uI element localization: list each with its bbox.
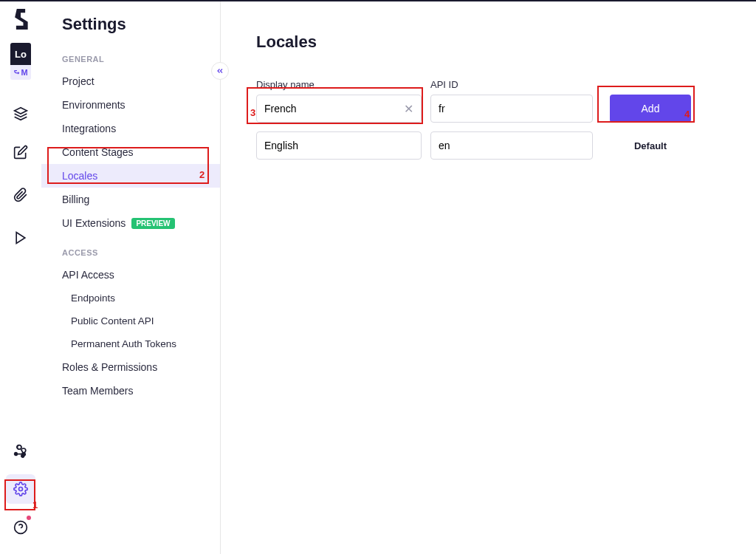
- locales-heading: Locales: [256, 33, 756, 52]
- nav-roles-permissions[interactable]: Roles & Permissions: [41, 355, 220, 379]
- highlight-num-1: 1: [32, 499, 38, 510]
- section-label-access: ACCESS: [41, 242, 220, 263]
- settings-sidebar: Settings GENERAL Project Environments In…: [41, 1, 221, 554]
- preview-badge: PREVIEW: [131, 218, 174, 229]
- section-label-general: GENERAL: [41, 49, 220, 69]
- nav-environments[interactable]: Environments: [41, 93, 220, 117]
- nav-locales[interactable]: Locales: [41, 164, 220, 188]
- nav-api-access[interactable]: API Access: [41, 263, 220, 287]
- help-icon[interactable]: [6, 513, 35, 542]
- webhooks-icon[interactable]: [6, 436, 35, 465]
- locale-name-input-0[interactable]: [256, 131, 422, 160]
- paperclip-icon[interactable]: [6, 180, 35, 210]
- nav-integrations[interactable]: Integrations: [41, 117, 220, 140]
- svg-marker-1: [16, 233, 25, 244]
- workspace-env-badge[interactable]: M: [10, 65, 31, 80]
- locale-default-label: Default: [634, 140, 667, 151]
- nav-project[interactable]: Project: [41, 69, 220, 93]
- highlight-num-3: 3: [250, 107, 255, 118]
- nav-team-members[interactable]: Team Members: [41, 379, 220, 403]
- col-api-id: API ID: [430, 79, 458, 90]
- collapse-sidebar-button[interactable]: [211, 62, 229, 80]
- nav-permanent-auth-tokens[interactable]: Permanent Auth Tokens: [41, 332, 220, 355]
- layers-icon[interactable]: [6, 99, 35, 129]
- workspace-badge[interactable]: Lo: [10, 43, 31, 65]
- new-locale-name-input[interactable]: [256, 95, 422, 123]
- col-display-name: Display name: [256, 79, 315, 90]
- nav-public-content-api[interactable]: Public Content API: [41, 310, 220, 332]
- nav-ui-extensions[interactable]: UI ExtensionsPREVIEW: [41, 211, 220, 235]
- clear-name-icon[interactable]: ✕: [401, 101, 416, 116]
- nav-billing[interactable]: Billing: [41, 188, 220, 211]
- add-locale-button[interactable]: Add: [610, 95, 691, 123]
- iconbar: Lo M: [0, 1, 41, 554]
- svg-marker-0: [15, 108, 27, 114]
- page-title: Settings: [41, 15, 220, 49]
- main-content: Locales Display name API ID ✕ Add: [221, 1, 756, 554]
- new-locale-api-input[interactable]: [430, 95, 593, 123]
- app-logo-icon: [10, 9, 31, 30]
- settings-icon[interactable]: [6, 474, 35, 504]
- nav-endpoints[interactable]: Endpoints: [41, 287, 220, 310]
- play-icon[interactable]: [6, 223, 35, 253]
- highlight-num-4: 4: [684, 109, 690, 120]
- highlight-num-2: 2: [199, 169, 205, 180]
- locale-api-input-0[interactable]: [430, 131, 593, 160]
- nav-content-stages[interactable]: Content Stages: [41, 140, 220, 164]
- edit-icon[interactable]: [6, 137, 35, 167]
- svg-point-2: [19, 488, 23, 491]
